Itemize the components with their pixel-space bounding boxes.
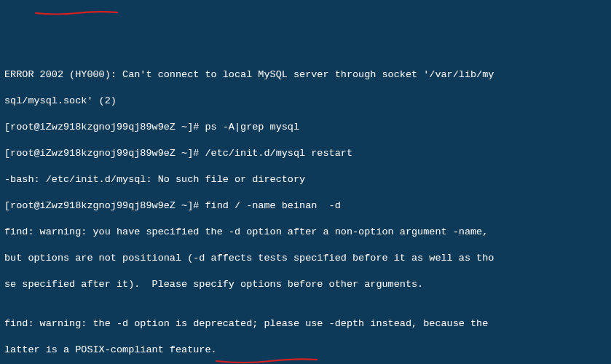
terminal-output: ERROR 2002 (HY000): Can't connect to loc… (4, 55, 607, 364)
output-line: find: warning: you have specified the -d… (4, 226, 607, 239)
output-line: se specified after it). Please specify o… (4, 278, 607, 291)
prompt-line[interactable]: [root@iZwz918kzgnoj99qj89w9eZ ~]# find /… (4, 199, 607, 213)
prompt-line[interactable]: [root@iZwz918kzgnoj99qj89w9eZ ~]# ps -A|… (4, 121, 607, 134)
output-line: ERROR 2002 (HY000): Can't connect to loc… (4, 68, 607, 82)
output-line: -bash: /etc/init.d/mysql: No such file o… (4, 173, 607, 186)
output-line: latter is a POSIX-compliant feature. (4, 344, 607, 357)
annotation-underline-icon (35, 11, 118, 17)
output-line: sql/mysql.sock' (2) (4, 95, 607, 108)
output-line: but options are not positional (-d affec… (4, 252, 607, 265)
prompt-line[interactable]: [root@iZwz918kzgnoj99qj89w9eZ ~]# /etc/i… (4, 147, 607, 160)
output-line: find: warning: the -d option is deprecat… (4, 317, 607, 331)
